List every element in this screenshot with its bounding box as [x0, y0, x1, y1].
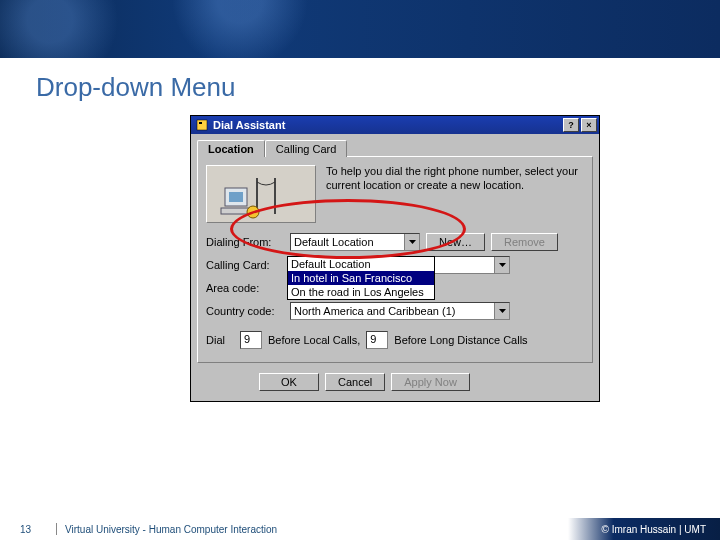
before-ld-text: Before Long Distance Calls: [394, 334, 527, 346]
label-area-code: Area code:: [206, 282, 284, 294]
local-prefix-input[interactable]: 9: [240, 331, 262, 349]
close-button[interactable]: ×: [581, 118, 597, 132]
svg-marker-8: [409, 240, 416, 244]
slide-footer: 13 Virtual University - Human Computer I…: [0, 518, 720, 540]
svg-marker-10: [499, 309, 506, 313]
svg-rect-1: [199, 122, 202, 124]
dial-assistant-dialog: Dial Assistant ? × Location Calling Card: [190, 115, 600, 402]
ld-prefix-input[interactable]: 9: [366, 331, 388, 349]
svg-rect-0: [197, 120, 207, 130]
location-illustration: [206, 165, 316, 223]
intro-text: To help you dial the right phone number,…: [326, 165, 584, 193]
ok-button[interactable]: OK: [259, 373, 319, 391]
svg-rect-4: [221, 208, 251, 214]
country-code-value: North America and Caribbean (1): [294, 305, 455, 317]
footer-credit: © Imran Hussain | UMT: [568, 518, 720, 540]
country-code-select[interactable]: North America and Caribbean (1): [290, 302, 510, 320]
dropdown-option[interactable]: In hotel in San Francisco: [288, 271, 434, 285]
dialing-from-select[interactable]: Default Location: [290, 233, 420, 251]
dialog-title: Dial Assistant: [213, 119, 285, 131]
dropdown-option[interactable]: Default Location: [288, 257, 434, 271]
dialog-button-row: OK Cancel Apply Now: [197, 363, 593, 395]
chevron-down-icon: [494, 303, 509, 319]
tab-strip: Location Calling Card: [197, 140, 593, 157]
dropdown-option[interactable]: On the road in Los Angeles: [288, 285, 434, 299]
tab-location[interactable]: Location: [197, 140, 265, 157]
cancel-button[interactable]: Cancel: [325, 373, 385, 391]
svg-point-7: [247, 206, 259, 218]
label-calling-card: Calling Card:: [206, 259, 284, 271]
label-dialing-from: Dialing From:: [206, 236, 284, 248]
before-local-text: Before Local Calls,: [268, 334, 360, 346]
footer-text: Virtual University - Human Computer Inte…: [65, 524, 568, 535]
new-button[interactable]: New…: [426, 233, 485, 251]
slide-banner: [0, 0, 720, 58]
tab-calling-card[interactable]: Calling Card: [265, 140, 348, 157]
page-number: 13: [0, 524, 56, 535]
remove-button[interactable]: Remove: [491, 233, 558, 251]
svg-marker-9: [499, 263, 506, 267]
dialing-from-value: Default Location: [294, 236, 374, 248]
dialog-body: Location Calling Card To help you di: [191, 134, 599, 401]
label-dial: Dial: [206, 334, 234, 346]
phone-icon: [195, 118, 209, 132]
svg-rect-3: [229, 192, 243, 202]
slide-title: Drop-down Menu: [36, 72, 720, 103]
dialing-from-dropdown-list[interactable]: Default Location In hotel in San Francis…: [287, 256, 435, 300]
tab-panel-location: To help you dial the right phone number,…: [197, 156, 593, 363]
chevron-down-icon: [494, 257, 509, 273]
apply-button[interactable]: Apply Now: [391, 373, 470, 391]
chevron-down-icon: [404, 234, 419, 250]
label-country-code: Country code:: [206, 305, 284, 317]
help-button[interactable]: ?: [563, 118, 579, 132]
footer-separator: [56, 523, 57, 535]
dialog-titlebar: Dial Assistant ? ×: [191, 116, 599, 134]
